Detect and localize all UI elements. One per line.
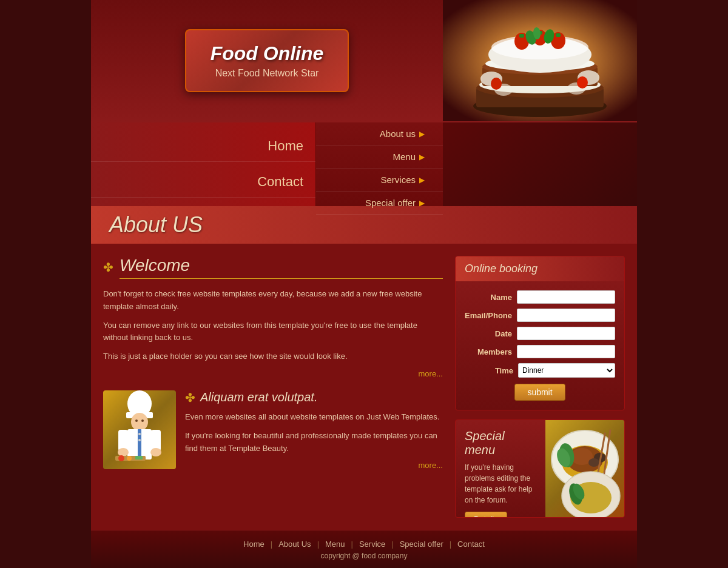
footer-sep-4: | <box>391 540 393 549</box>
booking-form: Name Email/Phone Date Members <box>456 281 624 410</box>
main-content: ✤ Welcome Don't forget to check free web… <box>91 244 637 530</box>
nav-item-about-us[interactable]: About us ▶ <box>316 122 443 145</box>
input-date[interactable] <box>517 327 615 340</box>
cake-decoration <box>443 0 637 121</box>
chef-more-link[interactable]: more... <box>185 461 443 470</box>
svg-point-29 <box>135 419 138 422</box>
svg-rect-42 <box>135 456 143 459</box>
svg-point-40 <box>118 455 124 461</box>
content-left: ✤ Welcome Don't forget to check free web… <box>103 256 455 518</box>
logo-box: Food Online Next Food Network Star <box>185 29 349 92</box>
svg-rect-11 <box>519 34 524 38</box>
form-row-name: Name <box>465 290 615 304</box>
label-name: Name <box>465 293 512 302</box>
svg-point-24 <box>577 76 588 89</box>
submit-button[interactable]: submit <box>514 384 565 401</box>
nav-left: Home Contact <box>91 122 315 206</box>
details-button[interactable]: Details <box>465 512 507 518</box>
select-time[interactable]: Breakfast Lunch Dinner Supper <box>518 363 615 378</box>
nav-right: About us ▶ Menu ▶ Services ▶ Special off… <box>315 122 443 206</box>
input-members[interactable] <box>517 345 615 358</box>
nav-label-about: About us <box>380 129 416 139</box>
label-time: Time <box>465 366 513 375</box>
nav-item-special-offer[interactable]: Special offer ▶ <box>316 192 443 215</box>
special-menu-box: Special menu If you're having problems e… <box>455 419 625 518</box>
footer-link-menu[interactable]: Menu <box>325 540 345 549</box>
submit-row: submit <box>465 384 615 401</box>
navigation: Home Contact About us ▶ Menu ▶ Services … <box>91 121 637 206</box>
welcome-para-1: Don't forget to check free website templ… <box>103 288 443 313</box>
chef-section-icon: ✤ <box>185 390 195 405</box>
footer-sep-5: | <box>450 540 451 549</box>
header-hero-image <box>443 0 637 121</box>
svg-rect-36 <box>151 430 161 451</box>
logo-title: Food Online <box>211 42 324 65</box>
form-row-members: Members <box>465 345 615 358</box>
svg-rect-35 <box>118 430 128 451</box>
footer: Home | About Us | Menu | Service | Speci… <box>91 530 637 568</box>
svg-point-37 <box>118 448 129 456</box>
nav-arrow-services: ▶ <box>419 176 425 184</box>
svg-point-30 <box>141 419 144 422</box>
nav-label-menu: Menu <box>393 152 416 162</box>
welcome-more-link[interactable]: more... <box>103 369 443 378</box>
footer-link-about[interactable]: About Us <box>278 540 311 549</box>
chef-section: ✤ Aliquam erat volutpat. Even more websi… <box>103 390 443 470</box>
nav-arrow-menu: ▶ <box>419 153 425 161</box>
special-menu-text: Special menu If you're having problems e… <box>456 420 545 517</box>
booking-title: Online booking <box>465 262 538 275</box>
footer-sep-2: | <box>317 540 319 549</box>
footer-link-special[interactable]: Special offer <box>400 540 443 549</box>
logo-subtitle: Next Food Network Star <box>211 68 324 79</box>
welcome-section: ✤ Welcome Don't forget to check free web… <box>103 256 443 378</box>
page-wrapper: Food Online Next Food Network Star <box>91 0 637 568</box>
welcome-heading: Welcome <box>120 256 443 279</box>
nav-item-home[interactable]: Home <box>91 131 315 162</box>
footer-link-contact[interactable]: Contact <box>457 540 485 549</box>
header-branding: Food Online Next Food Network Star <box>91 0 443 121</box>
svg-point-33 <box>138 433 141 435</box>
svg-rect-15 <box>556 33 561 37</box>
aliquam-title: ✤ Aliquam erat volutpat. <box>185 390 443 405</box>
footer-copyright: copyright @ food company <box>100 552 628 560</box>
chef-section-heading: Aliquam erat volutpat. <box>200 390 317 404</box>
special-menu-desc: If you're having problems editing the te… <box>465 462 536 506</box>
input-email[interactable] <box>517 309 615 322</box>
nav-label-special: Special offer <box>365 198 416 208</box>
label-members: Members <box>465 347 512 356</box>
food-svg <box>545 420 624 517</box>
header: Food Online Next Food Network Star <box>91 0 637 121</box>
about-heading-text: About US <box>109 212 203 238</box>
booking-header: Online booking <box>456 256 624 281</box>
nav-item-contact[interactable]: Contact <box>91 167 315 198</box>
special-menu-title: Special menu <box>465 429 536 457</box>
footer-link-service[interactable]: Service <box>359 540 385 549</box>
nav-item-services[interactable]: Services ▶ <box>316 169 443 192</box>
welcome-title: ✤ Welcome <box>103 256 443 279</box>
footer-sep-3: | <box>351 540 353 549</box>
chef-image <box>103 390 176 469</box>
svg-point-50 <box>588 458 599 467</box>
footer-links: Home | About Us | Menu | Service | Speci… <box>100 540 628 549</box>
label-date: Date <box>465 329 512 338</box>
svg-point-41 <box>127 456 132 461</box>
chef-para-2: If you're looking for beautiful and prof… <box>185 430 443 455</box>
footer-sep-1: | <box>271 540 272 549</box>
chef-text-section: ✤ Aliquam erat volutpat. Even more websi… <box>185 390 443 470</box>
welcome-para-3: This is just a place holder so you can s… <box>103 350 443 363</box>
special-menu-image <box>545 420 624 517</box>
svg-point-28 <box>131 413 148 431</box>
special-menu-content: Special menu If you're having problems e… <box>456 420 624 517</box>
svg-point-34 <box>138 439 141 441</box>
nav-item-menu[interactable]: Menu ▶ <box>316 145 443 169</box>
welcome-icon: ✤ <box>103 260 113 275</box>
chef-para-1: Even more websites all about website tem… <box>185 411 443 424</box>
form-row-date: Date <box>465 327 615 340</box>
input-name[interactable] <box>517 290 615 304</box>
footer-link-home[interactable]: Home <box>243 540 265 549</box>
chef-svg <box>106 390 173 469</box>
content-right: Online booking Name Email/Phone Date <box>455 256 625 518</box>
svg-point-23 <box>491 78 502 90</box>
label-email: Email/Phone <box>465 311 512 320</box>
nav-arrow-about: ▶ <box>419 130 425 138</box>
